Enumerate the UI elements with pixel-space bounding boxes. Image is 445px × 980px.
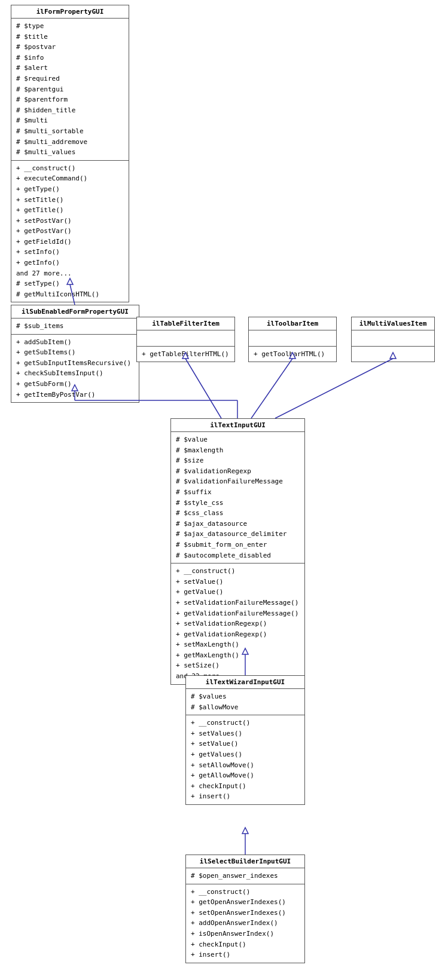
class-ilToolbarItem: ilToolbarItem + getToolbarHTML()	[248, 317, 337, 362]
class-methods-ilTextWizardInputGUI: + __construct() + setValues() + setValue…	[186, 715, 304, 804]
class-methods-ilSubEnabledFormPropertyGUI: + addSubItem() + getSubItems() + getSubI…	[11, 335, 139, 403]
class-attrs-ilTableFilterItem	[137, 330, 234, 347]
class-attrs-ilFormPropertyGUI: # $type # $title # $postvar # $info # $a…	[11, 19, 129, 161]
class-attrs-ilSubEnabledFormPropertyGUI: # $sub_items	[11, 318, 139, 335]
class-methods-ilFormPropertyGUI: + __construct() + executeCommand() + get…	[11, 161, 129, 302]
class-methods-ilTextInputGUI: + __construct() + setValue() + getValue(…	[171, 564, 304, 684]
class-title-ilSelectBuilderInputGUI: ilSelectBuilderInputGUI	[186, 855, 304, 868]
class-title-ilSubEnabledFormPropertyGUI: ilSubEnabledFormPropertyGUI	[11, 305, 139, 318]
class-ilFormPropertyGUI: ilFormPropertyGUI # $type # $title # $po…	[11, 5, 129, 302]
class-title-ilTextWizardInputGUI: ilTextWizardInputGUI	[186, 676, 304, 689]
class-title-ilToolbarItem: ilToolbarItem	[249, 317, 336, 330]
class-title-ilTextInputGUI: ilTextInputGUI	[171, 419, 304, 432]
class-ilSelectBuilderInputGUI: ilSelectBuilderInputGUI # $open_answer_i…	[185, 855, 305, 963]
arrow-textInput-to-multiValues	[275, 359, 393, 418]
class-methods-ilSelectBuilderInputGUI: + __construct() + getOpenAnswerIndexes()…	[186, 884, 304, 963]
class-methods-ilToolbarItem: + getToolbarHTML()	[249, 347, 336, 362]
diagram-container: ilFormPropertyGUI # $type # $title # $po…	[0, 0, 445, 980]
class-ilTextInputGUI: ilTextInputGUI # $value # $maxlength # $…	[170, 418, 305, 685]
class-ilTableFilterItem: ilTableFilterItem + getTableFilterHTML()	[136, 317, 235, 362]
class-attrs-ilToolbarItem	[249, 330, 336, 347]
class-title-ilFormPropertyGUI: ilFormPropertyGUI	[11, 5, 129, 19]
class-attrs-ilTextWizardInputGUI: # $values # $allowMove	[186, 689, 304, 715]
class-methods-ilTableFilterItem: + getTableFilterHTML()	[137, 347, 234, 362]
class-attrs-ilSelectBuilderInputGUI: # $open_answer_indexes	[186, 868, 304, 884]
class-methods-ilMultiValuesItem	[352, 347, 434, 362]
arrow-textInput-to-tableFilter	[185, 359, 221, 418]
class-ilMultiValuesItem: ilMultiValuesItem	[351, 317, 435, 362]
class-title-ilMultiValuesItem: ilMultiValuesItem	[352, 317, 434, 330]
class-attrs-ilTextInputGUI: # $value # $maxlength # $size # $validat…	[171, 432, 304, 564]
class-title-ilTableFilterItem: ilTableFilterItem	[137, 317, 234, 330]
arrowhead-select-to-wizard	[242, 828, 248, 834]
class-ilTextWizardInputGUI: ilTextWizardInputGUI # $values # $allowM…	[185, 675, 305, 805]
arrow-textInput-to-toolbar	[251, 359, 292, 418]
class-ilSubEnabledFormPropertyGUI: ilSubEnabledFormPropertyGUI # $sub_items…	[11, 305, 139, 403]
class-attrs-ilMultiValuesItem	[352, 330, 434, 347]
